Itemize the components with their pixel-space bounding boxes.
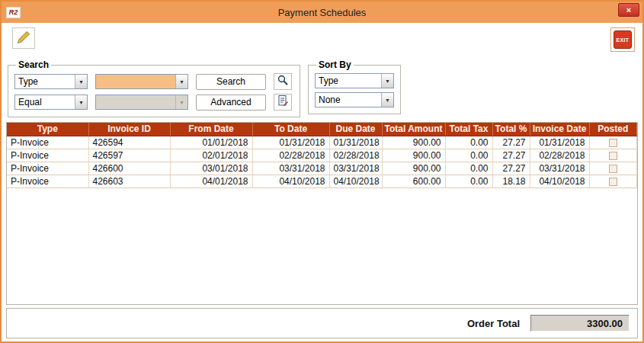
column-header[interactable]: Total % [492, 123, 530, 136]
search-value-combo[interactable]: ▼ [95, 74, 188, 89]
sort-by-group: Sort By Type ▼ None ▼ [308, 59, 401, 114]
table-row[interactable]: P-Invoice42659702/01/201802/28/201802/28… [7, 149, 637, 162]
column-header[interactable]: Due Date [329, 123, 382, 136]
column-header[interactable]: Total Tax [445, 123, 492, 136]
table-cell: 04/10/2018 [530, 175, 589, 188]
chevron-down-icon[interactable]: ▼ [75, 75, 87, 88]
column-header[interactable]: Invoice ID [88, 123, 170, 136]
schedule-table: TypeInvoice IDFrom DateTo DateDue DateTo… [7, 123, 637, 188]
posted-checkbox[interactable] [609, 178, 617, 186]
payment-schedules-window: R2 Payment Schedules × EXIT Search [0, 0, 644, 343]
column-header[interactable]: Total Amount [382, 123, 445, 136]
table-cell: 0.00 [445, 149, 492, 162]
table-cell: 01/31/2018 [530, 136, 589, 149]
table-cell: 0.00 [445, 175, 492, 188]
close-icon: × [626, 5, 631, 14]
search-operator-combo[interactable]: Equal ▼ [14, 95, 88, 110]
table-cell: 02/01/2018 [170, 149, 252, 162]
table-cell: 04/10/2018 [252, 175, 329, 188]
order-total-value: 3300.00 [530, 315, 630, 332]
table-cell: 03/01/2018 [170, 162, 252, 175]
table-cell: P-Invoice [7, 136, 88, 149]
table-cell: 01/31/2018 [252, 136, 329, 149]
table-cell: 02/28/2018 [252, 149, 329, 162]
table-cell: 03/31/2018 [530, 162, 589, 175]
chevron-down-icon[interactable]: ▼ [75, 95, 87, 109]
sort-primary-combo[interactable]: Type ▼ [315, 73, 394, 88]
search-magnifier-button[interactable] [274, 73, 292, 90]
table-row[interactable]: P-Invoice42660003/01/201803/31/201803/31… [7, 162, 637, 175]
sort-primary-value: Type [316, 74, 381, 88]
toolbar: EXIT [6, 26, 638, 56]
table-row[interactable]: P-Invoice42659401/01/201801/31/201801/31… [7, 136, 637, 149]
magnifier-icon [277, 74, 289, 89]
order-total-label: Order Total [467, 318, 520, 329]
posted-checkbox[interactable] [609, 139, 617, 147]
posted-cell [589, 162, 637, 175]
table-cell: 18.18 [492, 175, 530, 188]
app-logo-icon: R2 [6, 7, 21, 18]
advanced-button[interactable]: Advanced [196, 95, 266, 111]
table-cell: 01/31/2018 [329, 136, 382, 149]
window-title: Payment Schedules [2, 7, 642, 18]
table-cell: 426600 [88, 162, 170, 175]
search-field-combo[interactable]: Type ▼ [14, 74, 88, 89]
chevron-down-icon: ▼ [175, 95, 187, 109]
content-area: EXIT Search Type ▼ ▼ Search [2, 23, 642, 341]
column-header[interactable]: From Date [170, 123, 252, 136]
search-operator-value: Equal [15, 95, 75, 109]
search-value2-combo: ▼ [95, 95, 188, 110]
posted-checkbox[interactable] [609, 165, 617, 173]
exit-button[interactable]: EXIT [610, 27, 635, 52]
chevron-down-icon[interactable]: ▼ [381, 93, 393, 107]
close-button[interactable]: × [618, 3, 639, 17]
schedule-table-container: TypeInvoice IDFrom DateTo DateDue DateTo… [6, 122, 638, 305]
sort-secondary-combo[interactable]: None ▼ [315, 92, 394, 107]
table-cell: 900.00 [382, 136, 445, 149]
column-header[interactable]: To Date [252, 123, 329, 136]
sort-by-group-label: Sort By [316, 59, 354, 70]
titlebar: R2 Payment Schedules × [2, 2, 642, 23]
table-cell: P-Invoice [7, 149, 88, 162]
posted-cell [589, 175, 637, 188]
search-value-input[interactable] [96, 75, 175, 88]
table-cell: 900.00 [382, 149, 445, 162]
report-icon [277, 95, 289, 110]
table-cell: 04/10/2018 [329, 175, 382, 188]
column-header[interactable]: Type [7, 123, 88, 136]
search-group-label: Search [16, 59, 51, 70]
filter-section: Search Type ▼ ▼ Search [8, 59, 636, 117]
table-cell: 03/31/2018 [252, 162, 329, 175]
search-value2-input [96, 95, 175, 109]
chevron-down-icon[interactable]: ▼ [175, 75, 187, 88]
table-cell: 0.00 [445, 136, 492, 149]
table-cell: P-Invoice [7, 175, 88, 188]
table-row[interactable]: P-Invoice42660304/01/201804/10/201804/10… [7, 175, 637, 188]
exit-icon: EXIT [614, 30, 632, 49]
table-cell: 426597 [88, 149, 170, 162]
search-field-value: Type [15, 75, 75, 88]
chevron-down-icon[interactable]: ▼ [381, 74, 393, 88]
table-cell: P-Invoice [7, 162, 88, 175]
column-header[interactable]: Posted [589, 123, 637, 136]
table-cell: 27.27 [492, 136, 530, 149]
table-cell: 426603 [88, 175, 170, 188]
column-header[interactable]: Invoice Date [530, 123, 589, 136]
posted-cell [589, 149, 637, 162]
table-cell: 02/28/2018 [329, 149, 382, 162]
table-cell: 27.27 [492, 162, 530, 175]
table-cell: 02/28/2018 [530, 149, 589, 162]
table-cell: 27.27 [492, 149, 530, 162]
table-cell: 0.00 [445, 162, 492, 175]
table-cell: 600.00 [382, 175, 445, 188]
table-cell: 04/01/2018 [170, 175, 252, 188]
table-cell: 01/01/2018 [170, 136, 252, 149]
table-cell: 426594 [88, 136, 170, 149]
search-group: Search Type ▼ ▼ Search [8, 59, 300, 117]
posted-checkbox[interactable] [609, 152, 617, 160]
advanced-search-icon-button[interactable] [274, 94, 292, 111]
search-button[interactable]: Search [196, 74, 266, 90]
pencil-icon [16, 30, 31, 47]
footer-bar: Order Total 3300.00 [6, 308, 638, 338]
edit-button[interactable] [12, 27, 35, 49]
